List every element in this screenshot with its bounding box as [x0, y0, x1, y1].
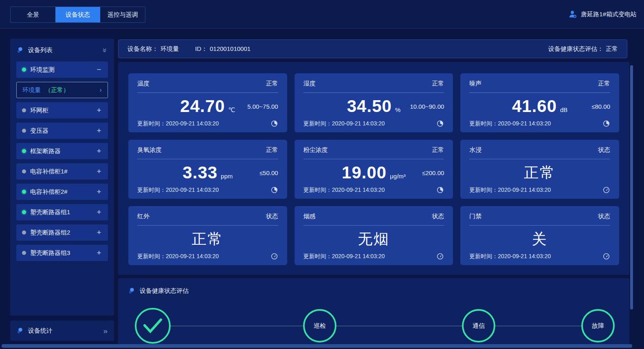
health-section-title: 设备健康状态评估 — [140, 287, 189, 295]
card-status: 正常 — [266, 80, 278, 88]
updated-label: 更新时间： — [469, 187, 498, 193]
expand-plus-icon[interactable]: + — [96, 187, 102, 196]
card-unit: ℃ — [228, 106, 235, 114]
sidebar-item-mccb-group-1[interactable]: 塑壳断路器组1 + — [16, 204, 108, 220]
updated-time: 2020-09-21 14:03:20 — [498, 253, 551, 259]
sidebar-item-capacitor-1[interactable]: 电容补偿柜1# + — [16, 163, 108, 180]
clock-icon[interactable] — [270, 186, 278, 194]
card-status: 状态 — [266, 213, 278, 220]
metric-card-noise: 噪声 正常 41.60 dB ≤80.00 更新时间：2020-09-21 14… — [460, 73, 619, 132]
user-icon — [568, 10, 577, 19]
tab-device-status[interactable]: 设备状态 — [55, 7, 100, 22]
device-list-title: 设备列表 — [28, 46, 99, 54]
card-value: 34.50 — [347, 97, 392, 116]
clock-icon[interactable] — [270, 120, 278, 127]
expand-plus-icon[interactable]: + — [96, 106, 102, 115]
device-stats-panel[interactable]: 设备统计 » — [10, 320, 114, 341]
sidebar-item-mccb-group-3[interactable]: 塑壳断路器组3 + — [16, 245, 108, 261]
updated-label: 更新时间： — [137, 253, 166, 259]
status-dot-green — [22, 190, 26, 194]
card-value: 19.00 — [342, 163, 387, 182]
top-bar: 全景 设备状态 遥控与遥调 唐延路1#箱式变电站 — [0, 0, 644, 29]
updated-time: 2020-09-21 14:03:20 — [498, 120, 551, 127]
card-status: 正常 — [432, 80, 444, 88]
main-tabs: 全景 设备状态 遥控与遥调 — [10, 7, 145, 23]
gauge-icon[interactable] — [270, 252, 278, 260]
tab-panorama[interactable]: 全景 — [11, 7, 55, 22]
subitem-status: （正常） — [45, 86, 99, 94]
horizontal-scrollbar[interactable] — [2, 344, 632, 348]
health-node-ok[interactable] — [135, 308, 171, 344]
card-status: 正常 — [598, 80, 610, 88]
card-status: 状态 — [432, 213, 444, 220]
expand-plus-icon[interactable]: + — [96, 147, 102, 156]
sidebar-item-mccb-group-2[interactable]: 塑壳断路器组2 + — [16, 224, 108, 241]
device-id-label: ID： — [195, 45, 207, 53]
card-status: 状态 — [598, 213, 610, 220]
updated-time: 2020-09-21 14:03:20 — [332, 187, 385, 193]
card-range: ≤200.00 — [422, 169, 444, 176]
sidebar-item-transformer[interactable]: 变压器 + — [16, 123, 108, 139]
sidebar-subitem-env-quantity[interactable]: 环境量 （正常） › — [16, 82, 108, 98]
card-title: 烟感 — [303, 213, 316, 220]
card-range: ≤50.00 — [259, 169, 278, 176]
vertical-scrollbar[interactable] — [630, 65, 633, 309]
sidebar-item-ring-cabinet[interactable]: 环网柜 + — [16, 102, 108, 119]
device-info-bar: 设备名称： 环境量 ID： 012001010001 设备健康状态评估： 正常 — [118, 40, 627, 58]
status-dot-gray — [22, 251, 26, 255]
chevron-double-right-icon[interactable]: » — [103, 327, 108, 335]
health-node-inspection[interactable]: 巡检 — [303, 309, 336, 342]
station-selector[interactable]: 唐延路1#箱式变电站 — [568, 0, 637, 29]
health-node-communication[interactable]: 通信 — [462, 309, 495, 342]
card-state: 正常 — [192, 229, 224, 249]
device-list-panel: 设备列表 » 环境监测 − 环境量 （正常） › 环网柜 + 变压器 + 框架断… — [10, 39, 114, 316]
card-title: 湿度 — [303, 80, 316, 88]
card-state: 关 — [532, 229, 548, 249]
collapse-minus-icon[interactable]: − — [96, 65, 102, 74]
device-name-label: 设备名称： — [127, 45, 158, 53]
status-dot-green — [22, 149, 26, 153]
sidebar-item-frame-breaker[interactable]: 框架断路器 + — [16, 143, 108, 159]
metric-card-infrared: 红外 状态 正常 更新时间：2020-09-21 14:03:20 — [128, 206, 287, 265]
card-title: 水浸 — [469, 146, 481, 154]
expand-plus-icon[interactable]: + — [96, 248, 102, 257]
card-unit: ppm — [221, 173, 233, 180]
health-node-fault[interactable]: 故障 — [581, 309, 615, 342]
expand-plus-icon[interactable]: + — [96, 126, 102, 135]
card-value: 41.60 — [512, 97, 557, 116]
metric-card-door: 门禁 状态 关 更新时间：2020-09-21 14:03:20 — [460, 206, 619, 265]
chevron-double-down-icon[interactable]: » — [101, 48, 109, 53]
status-dot-gray — [22, 129, 26, 133]
expand-plus-icon[interactable]: + — [96, 208, 102, 217]
station-name: 唐延路1#箱式变电站 — [581, 11, 637, 18]
card-range: 10.00~90.00 — [410, 103, 444, 110]
card-title: 红外 — [137, 213, 149, 220]
metric-card-smoke: 烟感 状态 无烟 更新时间：2020-09-21 14:03:20 — [295, 206, 453, 265]
metric-card-ozone: 臭氧浓度 正常 3.33 ppm ≤50.00 更新时间：2020-09-21 … — [128, 140, 287, 199]
clock-icon[interactable] — [436, 186, 444, 194]
card-status: 正常 — [266, 146, 278, 154]
timeline-connector — [153, 326, 598, 326]
updated-time: 2020-09-21 14:03:20 — [332, 253, 385, 259]
gauge-icon[interactable] — [436, 252, 444, 260]
updated-label: 更新时间： — [137, 120, 166, 127]
updated-time: 2020-09-21 14:03:20 — [166, 120, 219, 127]
status-dot-gray — [22, 230, 26, 235]
tab-remote-control[interactable]: 遥控与遥调 — [100, 7, 145, 22]
clock-icon[interactable] — [436, 120, 444, 127]
sidebar-item-env-monitor[interactable]: 环境监测 − — [16, 61, 108, 78]
status-dot-gray — [22, 108, 26, 112]
metrics-panel: 温度 正常 24.70 ℃ 5.00~75.00 更新时间：2020-09-21… — [118, 62, 629, 275]
metric-card-dust: 粉尘浓度 正常 19.00 μg/m³ ≤200.00 更新时间：2020-09… — [295, 140, 453, 199]
gauge-icon[interactable] — [602, 252, 610, 260]
gauge-icon[interactable] — [602, 186, 610, 194]
sidebar-item-capacitor-2[interactable]: 电容补偿柜2# + — [16, 184, 108, 200]
expand-plus-icon[interactable]: + — [96, 167, 102, 176]
updated-time: 2020-09-21 14:03:20 — [166, 253, 219, 259]
expand-plus-icon[interactable]: + — [96, 228, 102, 237]
updated-time: 2020-09-21 14:03:20 — [166, 187, 219, 193]
metric-card-water: 水浸 状态 正常 更新时间：2020-09-21 14:03:20 — [460, 140, 619, 199]
card-range: ≤80.00 — [591, 103, 610, 110]
clock-icon[interactable] — [602, 120, 610, 127]
chevron-right-icon: › — [99, 86, 102, 94]
